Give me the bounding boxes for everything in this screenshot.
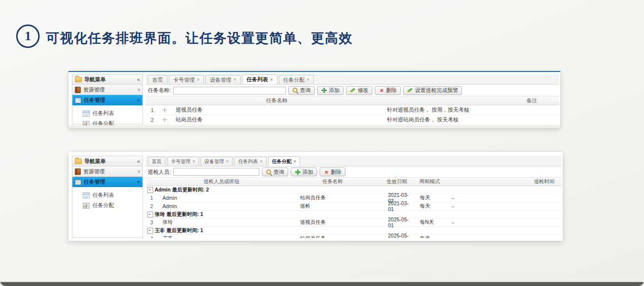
navigation-panel: 导航菜单 « 资源管理 « 任务管理 « 任务列表 任务分配 (72, 74, 143, 124)
time-cell: -- (445, 236, 561, 238)
chevron-up-icon[interactable]: « (136, 180, 141, 183)
collapse-left-icon[interactable]: « (137, 159, 140, 164)
table-header: 任务名称 备注 (146, 96, 559, 105)
book-icon (75, 87, 81, 93)
column-task-name[interactable]: 任务名称 (170, 97, 383, 104)
move-icon[interactable] (162, 107, 167, 113)
date-cell: 2021-03-01 (380, 200, 414, 212)
column-effective-date[interactable]: 生效日期 (380, 178, 414, 185)
time-cell: -- (445, 203, 561, 209)
nav-sub-items: 任务列表 任务分配 (72, 187, 142, 211)
edit-button[interactable]: 修改 (346, 86, 372, 95)
column-person-group[interactable]: 巡检人员或班组 (158, 178, 285, 185)
task-name-input[interactable] (173, 87, 286, 95)
table-row[interactable]: 3 张玲 巡视员任务 2025-05-01 每N天 -- (146, 218, 561, 227)
set-warning-button[interactable]: 设置巡检完成预警 (403, 86, 462, 95)
collapse-box-icon[interactable] (147, 212, 153, 217)
chevron-down-icon[interactable]: « (136, 88, 141, 91)
column-inspect-time[interactable]: 巡检时间 (445, 178, 561, 185)
tab-home[interactable]: 首页 (148, 157, 165, 166)
table-row[interactable]: 2 站岗员任务 针对巡站岗员任务， 按天考核 (146, 115, 559, 125)
nav-group-label: 资源管理 (83, 168, 105, 175)
sidebar-item-task-list[interactable]: 任务列表 (72, 108, 142, 119)
person-cell: Admin (158, 195, 285, 201)
tab-task-assign[interactable]: 任务分配 × (279, 75, 314, 84)
screenshot-task-list: 导航菜单 « 资源管理 « 任务管理 « 任务列表 任务分配 (69, 71, 560, 128)
folder-icon (75, 77, 82, 82)
close-icon[interactable]: × (270, 77, 273, 82)
task-name-label: 任务名称: (148, 87, 171, 94)
column-remark[interactable]: 备注 (383, 97, 559, 104)
step-number-badge: 1 (16, 24, 40, 48)
tab-task-list[interactable]: 任务列表 × (242, 74, 277, 84)
chevron-down-icon[interactable]: « (136, 170, 141, 173)
close-icon[interactable]: × (294, 159, 297, 164)
nav-group-tasks[interactable]: 任务管理 « (72, 95, 142, 105)
collapse-box-icon[interactable] (147, 228, 153, 234)
table-icon (83, 111, 90, 117)
nav-header: 导航菜单 « (72, 74, 142, 85)
table-row[interactable]: 1 巡视员任务 针对巡视员任务， 按周，按天考核 (146, 105, 559, 115)
sidebar-item-label: 任务分配 (92, 202, 114, 209)
column-cycle-mode[interactable]: 周期模式 (414, 178, 445, 185)
sidebar-item-task-list[interactable]: 任务列表 (72, 190, 142, 200)
task-cell: 站岗员任务 (285, 194, 380, 201)
close-icon[interactable]: × (197, 77, 200, 82)
delete-button[interactable]: × 删除 (375, 86, 401, 95)
chevron-up-icon[interactable]: « (136, 98, 141, 101)
close-icon[interactable]: × (233, 77, 236, 82)
tab-card-management[interactable]: 卡号管理 × (167, 157, 199, 166)
sidebar-item-task-assign[interactable]: 任务分配 (72, 200, 142, 211)
search-icon (266, 169, 272, 175)
tab-device-management[interactable]: 设备管理 × (206, 75, 241, 84)
tab-task-assign[interactable]: 任务分配 × (268, 156, 300, 166)
mode-cell: 每天 (414, 203, 445, 210)
table-row[interactable]: 1 Admin 站岗员任务 2021-03-02 每天 -- (146, 194, 561, 202)
tab-home[interactable]: 首页 (148, 75, 167, 84)
table-row[interactable]: 4 王非 站岗员任务 2025-05-01 每天 -- (146, 235, 561, 238)
tab-task-list[interactable]: 任务列表 × (234, 157, 267, 166)
collapse-box-icon[interactable] (147, 187, 153, 193)
delete-button[interactable]: × 删除 (320, 167, 345, 176)
mode-cell: 每天 (414, 194, 445, 201)
task-cell: 巡检 (285, 203, 380, 210)
folder-icon (75, 159, 82, 164)
query-button[interactable]: 查询 (262, 167, 288, 176)
inspector-input[interactable] (173, 168, 259, 176)
query-button[interactable]: 查询 (288, 86, 315, 95)
navigation-panel: 导航菜单 « 资源管理 « 任务管理 « 任务列表 任务分配 (72, 156, 143, 238)
column-task-name[interactable]: 任务名称 (285, 178, 380, 185)
close-icon[interactable]: × (260, 159, 263, 164)
task-name-cell: 站岗员任务 (170, 116, 383, 123)
tab-device-management[interactable]: 设备管理 × (201, 157, 233, 166)
inspector-label: 巡检人员: (148, 168, 171, 176)
search-icon (292, 87, 299, 94)
move-icon[interactable] (162, 117, 167, 122)
date-cell: 2025-05-01 (380, 233, 414, 238)
close-icon[interactable]: × (307, 77, 310, 82)
toolbar: 巡检人员: 查询 添加 × 删除 (146, 167, 561, 178)
plus-icon (295, 169, 301, 175)
add-button[interactable]: 添加 (291, 167, 317, 176)
close-icon[interactable]: × (192, 159, 195, 164)
group-row[interactable]: 张玲 最后更新时间: 1 (146, 211, 561, 218)
step-number: 1 (25, 29, 31, 44)
add-button[interactable]: 添加 (317, 86, 344, 95)
group-row[interactable]: Admin 最后更新时间: 2 (146, 186, 561, 194)
bottom-bar (0, 282, 644, 286)
tab-card-management[interactable]: 卡号管理 × (169, 75, 204, 84)
close-icon[interactable]: × (226, 159, 229, 164)
row-number: 4 (146, 236, 158, 238)
header-rule (69, 71, 560, 72)
nav-group-resources[interactable]: 资源管理 « (72, 167, 142, 177)
time-cell: -- (445, 219, 561, 225)
group-label: Admin 最后更新时间: 2 (155, 187, 209, 193)
screenshot-task-assign: 导航菜单 « 资源管理 « 任务管理 « 任务列表 任务分配 (69, 152, 563, 241)
grid-icon (75, 179, 81, 185)
main-area: 首页 卡号管理 × 设备管理 × 任务列表 × 任务分配 × (146, 156, 561, 238)
group-row[interactable]: 王非 最后更新时间: 1 (146, 227, 561, 235)
collapse-left-icon[interactable]: « (137, 77, 140, 82)
nav-group-resources[interactable]: 资源管理 « (72, 85, 142, 95)
nav-group-tasks[interactable]: 任务管理 « (72, 177, 142, 187)
table-row[interactable]: 2 Admin 巡检 2021-03-01 每天 -- (146, 202, 561, 211)
